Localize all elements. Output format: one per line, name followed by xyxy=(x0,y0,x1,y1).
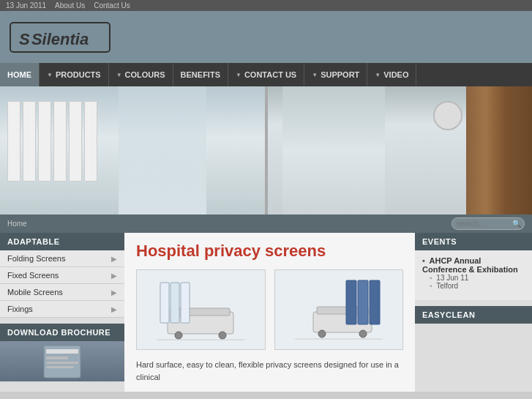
multi-screen-svg xyxy=(291,272,386,348)
nav-item-contact[interactable]: ▼ CONTACT US xyxy=(228,63,304,86)
event-item: • AHCP Annual Conference & Exhibation ◦ … xyxy=(422,256,525,290)
nav-item-benefits[interactable]: BENEFITS xyxy=(173,63,228,86)
breadcrumb: Home xyxy=(7,220,27,228)
date-label: 13 Jun 2011 xyxy=(6,1,46,10)
svg-text:Silentia: Silentia xyxy=(31,30,89,48)
chevron-right-icon: ▶ xyxy=(111,272,117,280)
download-brochure-title: DOWNLOAD BROCHURE xyxy=(0,324,124,341)
chevron-down-icon: ▼ xyxy=(312,72,318,78)
chevron-down-icon: ▼ xyxy=(47,72,53,78)
product-images xyxy=(136,269,403,350)
svg-rect-22 xyxy=(370,280,380,324)
events-content: • AHCP Annual Conference & Exhibation ◦ … xyxy=(415,250,532,300)
nav-item-video[interactable]: ▼ VIDEO xyxy=(367,63,416,86)
svg-point-18 xyxy=(318,330,326,338)
easyclean-section: EASYCLEAN xyxy=(415,306,532,324)
adaptable-section-title: ADAPTABLE xyxy=(0,233,124,250)
chevron-right-icon: ▶ xyxy=(111,305,117,313)
sidebar-label-fixings: Fixings xyxy=(7,305,33,313)
event-location: ◦ Telford xyxy=(422,282,525,290)
breadcrumb-bar: Home 🔍 xyxy=(0,215,532,233)
nav-label-contact: CONTACT US xyxy=(244,70,296,79)
bullet-icon: ◦ xyxy=(430,282,432,290)
sidebar-label-mobile-screens: Mobile Screens xyxy=(7,288,63,297)
main-nav: HOME ▼ PRODUCTS ▼ COLOURS BENEFITS ▼ CON… xyxy=(0,63,532,86)
single-screen-svg xyxy=(153,272,248,348)
nav-item-products[interactable]: ▼ PRODUCTS xyxy=(40,63,109,86)
header: Silentia S xyxy=(0,11,532,63)
svg-point-11 xyxy=(219,332,226,339)
brochure-icon xyxy=(40,343,84,380)
easyclean-section-title: EASYCLEAN xyxy=(415,306,532,324)
svg-rect-7 xyxy=(46,366,74,368)
nav-label-support: SUPPORT xyxy=(321,70,359,79)
nav-item-colours[interactable]: ▼ COLOURS xyxy=(109,63,173,86)
sidebar-item-fixed-screens[interactable]: Fixed Screens ▶ xyxy=(0,267,124,284)
doctor-image xyxy=(282,86,385,215)
right-sidebar: EVENTS • AHCP Annual Conference & Exhiba… xyxy=(415,233,532,392)
svg-rect-6 xyxy=(46,362,78,364)
logo: Silentia S xyxy=(9,17,111,57)
svg-point-10 xyxy=(175,332,182,339)
svg-rect-20 xyxy=(346,280,356,324)
svg-rect-21 xyxy=(358,280,368,324)
nav-label-video: VIDEO xyxy=(383,70,408,79)
top-bar: 13 Jun 2011 About Us Contact Us xyxy=(0,0,532,11)
nav-item-support[interactable]: ▼ SUPPORT xyxy=(304,63,367,86)
svg-rect-12 xyxy=(160,283,169,323)
nurse-image xyxy=(119,86,206,215)
wood-panel-decoration xyxy=(466,86,532,215)
svg-rect-5 xyxy=(46,357,68,359)
hero-banner xyxy=(0,86,532,215)
svg-text:S: S xyxy=(19,30,30,48)
svg-point-19 xyxy=(359,330,367,338)
screen-panels-decoration xyxy=(7,101,97,182)
svg-rect-13 xyxy=(171,283,179,323)
events-section-title: EVENTS xyxy=(415,233,532,250)
svg-rect-14 xyxy=(181,283,190,323)
sidebar-item-fixings[interactable]: Fixings ▶ xyxy=(0,301,124,318)
main-content: ADAPTABLE Folding Screens ▶ Fixed Screen… xyxy=(0,233,532,392)
hero-left-panel xyxy=(0,86,268,215)
contact-topbar-link[interactable]: Contact Us xyxy=(94,1,130,10)
product-image-single-screen xyxy=(136,269,266,350)
product-image-multi-screen xyxy=(274,269,404,350)
chevron-down-icon: ▼ xyxy=(375,72,381,78)
chevron-right-icon: ▶ xyxy=(111,255,117,263)
wall-circle-decoration xyxy=(433,101,462,130)
svg-rect-9 xyxy=(171,308,230,316)
bullet-icon: • xyxy=(422,256,425,265)
about-link[interactable]: About Us xyxy=(55,1,85,10)
nav-label-products: PRODUCTS xyxy=(56,70,101,79)
nav-label-colours: COLOURS xyxy=(125,70,165,79)
sidebar-label-folding-screens: Folding Screens xyxy=(7,254,66,263)
hero-right-panel xyxy=(268,86,533,215)
sidebar-item-folding-screens[interactable]: Folding Screens ▶ xyxy=(0,250,124,267)
sidebar-label-fixed-screens: Fixed Screens xyxy=(7,271,59,280)
brochure-thumbnail[interactable] xyxy=(0,341,124,381)
bullet-icon: ◦ xyxy=(430,274,432,282)
nav-item-home[interactable]: HOME xyxy=(0,63,40,86)
svg-rect-4 xyxy=(46,349,78,354)
nav-label-home: HOME xyxy=(7,70,31,79)
chevron-down-icon: ▼ xyxy=(236,72,241,78)
page-title: Hospital privacy screens xyxy=(136,242,403,261)
event-name: • AHCP Annual Conference & Exhibation xyxy=(422,256,525,274)
nav-label-benefits: BENEFITS xyxy=(181,70,220,79)
product-description: Hard surface, easy to clean, flexible pr… xyxy=(136,359,403,383)
center-content: Hospital privacy screens xyxy=(124,233,415,392)
search-icon: 🔍 xyxy=(512,220,521,228)
event-date: ◦ 13 Jun 11 xyxy=(422,274,525,282)
left-sidebar: ADAPTABLE Folding Screens ▶ Fixed Screen… xyxy=(0,233,124,392)
chevron-down-icon: ▼ xyxy=(116,72,122,78)
logo-area[interactable]: Silentia S xyxy=(9,17,111,57)
sidebar-item-mobile-screens[interactable]: Mobile Screens ▶ xyxy=(0,284,124,301)
chevron-right-icon: ▶ xyxy=(111,288,117,297)
search-wrapper: 🔍 xyxy=(452,217,525,230)
